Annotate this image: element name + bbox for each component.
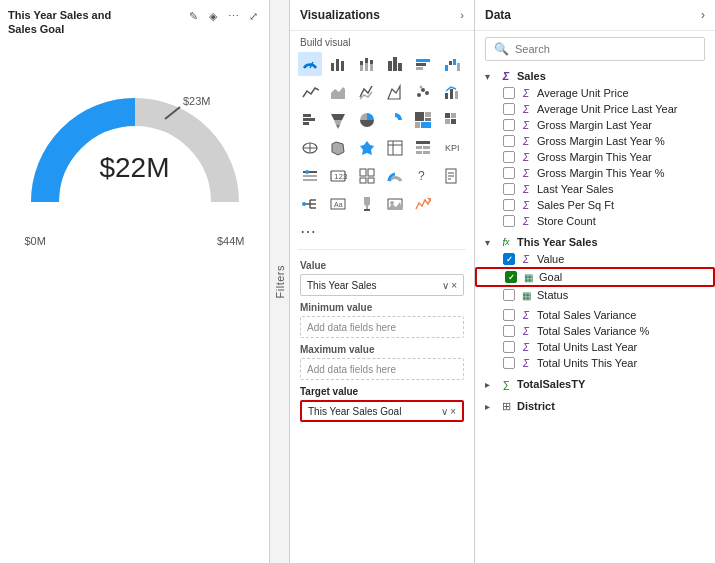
100pct-bar-icon[interactable]: [411, 52, 435, 76]
totalsalesty-group[interactable]: ▸ ∑ TotalSalesTY: [475, 375, 715, 393]
list-item[interactable]: Σ Total Units Last Year: [475, 339, 715, 355]
matrix-icon[interactable]: [440, 108, 464, 132]
gross-margin-ly-pct-checkbox[interactable]: [503, 135, 515, 147]
combo-icon[interactable]: [440, 80, 464, 104]
value-close-icon[interactable]: ×: [451, 280, 457, 291]
list-item[interactable]: Σ Sales Per Sq Ft: [475, 197, 715, 213]
search-box[interactable]: 🔍: [485, 37, 705, 61]
value-well-input[interactable]: This Year Sales ∨ ×: [300, 274, 464, 296]
list-item[interactable]: ▦ Status: [475, 287, 715, 303]
stacked-bar-icon[interactable]: [355, 52, 379, 76]
data-chevron-icon[interactable]: ›: [701, 8, 705, 22]
sales-group[interactable]: ▾ Σ Sales: [475, 67, 715, 85]
value-checkbox[interactable]: [503, 253, 515, 265]
bar-h-icon[interactable]: [298, 108, 322, 132]
tsv-pct-checkbox[interactable]: [503, 325, 515, 337]
goal-row[interactable]: ▦ Goal: [475, 267, 715, 287]
svg-rect-54: [423, 146, 430, 149]
total-units-ty-checkbox[interactable]: [503, 357, 515, 369]
list-item[interactable]: Σ Last Year Sales: [475, 181, 715, 197]
decomp-tree-icon[interactable]: [298, 192, 322, 216]
card-icon[interactable]: 123: [326, 164, 350, 188]
gauge-viz-icon[interactable]: [298, 52, 322, 76]
list-item[interactable]: Σ Gross Margin This Year: [475, 149, 715, 165]
list-item[interactable]: Σ Store Count: [475, 213, 715, 229]
svg-point-26: [420, 86, 423, 89]
sigma-icon: Σ: [519, 182, 533, 196]
list-item[interactable]: Σ Gross Margin This Year %: [475, 165, 715, 181]
tsv-checkbox[interactable]: [503, 309, 515, 321]
goal-checkbox[interactable]: [505, 271, 517, 283]
svg-rect-55: [416, 151, 422, 154]
search-input[interactable]: [515, 43, 696, 55]
svg-rect-45: [451, 119, 456, 124]
viz-chevron-icon[interactable]: ›: [460, 9, 464, 21]
svg-rect-49: [388, 141, 402, 155]
paginated-icon[interactable]: [440, 164, 464, 188]
list-item[interactable]: Σ Value: [475, 251, 715, 267]
sigma-icon: Σ: [519, 356, 533, 370]
edit-icon[interactable]: ✎: [185, 8, 201, 24]
data-panel: Data › 🔍 ▾ Σ Sales Σ Average Unit Price …: [475, 0, 715, 563]
map-icon[interactable]: [298, 136, 322, 160]
gross-margin-ty-checkbox[interactable]: [503, 151, 515, 163]
list-item[interactable]: Σ Total Units This Year: [475, 355, 715, 371]
line2-icon[interactable]: [355, 80, 379, 104]
text-box-icon[interactable]: Aa: [326, 192, 350, 216]
table-viz-icon[interactable]: [383, 136, 407, 160]
sales-per-sqft-checkbox[interactable]: [503, 199, 515, 211]
list-item[interactable]: Σ Gross Margin Last Year: [475, 117, 715, 133]
avg-unit-price-checkbox[interactable]: [503, 87, 515, 99]
ellipsis-icon[interactable]: ⋯: [225, 8, 241, 24]
line-icon[interactable]: [298, 80, 322, 104]
scatter-icon[interactable]: [411, 80, 435, 104]
qna-icon[interactable]: ?: [411, 164, 435, 188]
kpi-icon[interactable]: KPI: [440, 136, 464, 160]
expand-icon[interactable]: ⤢: [245, 8, 261, 24]
last-year-sales-checkbox[interactable]: [503, 183, 515, 195]
bar-viz-icon[interactable]: [326, 52, 350, 76]
slicer-icon[interactable]: [298, 164, 322, 188]
gauge2-icon[interactable]: [383, 164, 407, 188]
viz-header: Visualizations ›: [290, 0, 474, 31]
col-chart-icon[interactable]: [383, 52, 407, 76]
gross-margin-ty-pct-checkbox[interactable]: [503, 167, 515, 179]
total-units-ly-checkbox[interactable]: [503, 341, 515, 353]
waterfall-icon[interactable]: [440, 52, 464, 76]
filters-tab[interactable]: Filters: [270, 0, 290, 563]
list-item[interactable]: Σ Average Unit Price: [475, 85, 715, 101]
trophy-icon[interactable]: [355, 192, 379, 216]
matrix2-icon[interactable]: [411, 136, 435, 160]
treemap-icon[interactable]: [411, 108, 435, 132]
store-count-checkbox[interactable]: [503, 215, 515, 227]
list-item[interactable]: Σ Gross Margin Last Year %: [475, 133, 715, 149]
target-close-icon[interactable]: ×: [450, 406, 456, 417]
status-checkbox[interactable]: [503, 289, 515, 301]
svg-rect-81: [366, 206, 368, 209]
filled-map-icon[interactable]: [355, 136, 379, 160]
multirow-card-icon[interactable]: [355, 164, 379, 188]
image-icon[interactable]: [383, 192, 407, 216]
list-item[interactable]: Σ Total Sales Variance: [475, 307, 715, 323]
pin-icon[interactable]: ◈: [205, 8, 221, 24]
max-well-input[interactable]: Add data fields here: [300, 358, 464, 380]
viz-more-btn[interactable]: ⋯ ...: [290, 218, 474, 245]
sigma-icon: Σ: [519, 118, 533, 132]
min-well-input[interactable]: Add data fields here: [300, 316, 464, 338]
avg-unit-price-ly-checkbox[interactable]: [503, 103, 515, 115]
funnel-icon[interactable]: [326, 108, 350, 132]
this-year-sales-group[interactable]: ▾ fx This Year Sales: [475, 233, 715, 251]
ribbon-icon[interactable]: [383, 80, 407, 104]
donut-icon[interactable]: [383, 108, 407, 132]
search-icon: 🔍: [494, 42, 509, 56]
custom-viz-icon[interactable]: [411, 192, 435, 216]
shape-map-icon[interactable]: [326, 136, 350, 160]
gross-margin-ly-checkbox[interactable]: [503, 119, 515, 131]
list-item[interactable]: Σ Average Unit Price Last Year: [475, 101, 715, 117]
list-item[interactable]: Σ Total Sales Variance %: [475, 323, 715, 339]
district-group[interactable]: ▸ ⊞ District: [475, 397, 715, 415]
area-icon[interactable]: [326, 80, 350, 104]
target-well-input[interactable]: This Year Sales Goal ∨ ×: [300, 400, 464, 422]
pie-icon[interactable]: [355, 108, 379, 132]
svg-rect-44: [445, 119, 450, 124]
